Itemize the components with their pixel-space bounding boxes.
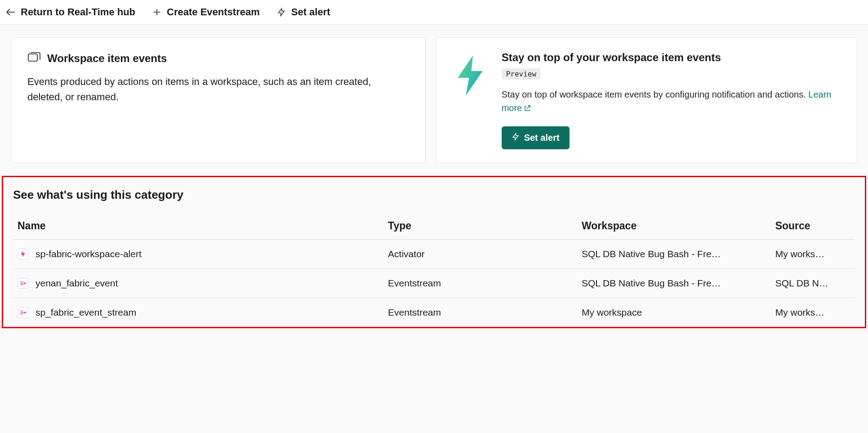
table-header-row: Name Type Workspace Source [13, 213, 855, 240]
row-workspace: My workspace [577, 298, 771, 327]
workspace-events-card: Workspace item events Events produced by… [11, 37, 426, 163]
workspace-events-title: Workspace item events [47, 52, 167, 65]
external-link-icon [524, 102, 531, 116]
row-type: Eventstream [383, 298, 577, 327]
using-category-section: See what's using this category Name Type… [2, 176, 866, 328]
col-header-name[interactable]: Name [13, 213, 383, 240]
arrow-left-icon [5, 7, 16, 18]
lightning-icon [276, 7, 287, 18]
col-header-type[interactable]: Type [383, 213, 577, 240]
svg-marker-5 [458, 55, 482, 96]
set-alert-button-label: Set alert [524, 133, 560, 143]
return-to-hub-label: Return to Real-Time hub [21, 6, 135, 18]
svg-line-6 [527, 106, 530, 109]
lightning-icon [512, 132, 520, 144]
col-header-workspace[interactable]: Workspace [577, 213, 771, 240]
set-alert-button[interactable]: Set alert [502, 126, 570, 149]
set-alert-toolbar-button[interactable]: Set alert [276, 6, 330, 18]
row-workspace: SQL DB Native Bug Bash - Fre… [577, 239, 771, 268]
svg-marker-7 [513, 133, 518, 140]
usage-table: Name Type Workspace Source sp-fabric-wor… [13, 213, 855, 327]
eventstream-icon [18, 307, 28, 318]
cards-row: Workspace item events Events produced by… [0, 25, 868, 163]
workspace-stack-icon [27, 51, 41, 65]
row-source: SQL DB N… [771, 268, 855, 298]
row-name: yenan_fabric_event [36, 278, 118, 289]
row-source: My works… [771, 239, 855, 268]
row-name: sp-fabric-workspace-alert [36, 249, 142, 259]
row-workspace: SQL DB Native Bug Bash - Fre… [577, 268, 771, 298]
stay-on-top-card: Stay on top of your workspace item event… [436, 37, 857, 163]
section-heading: See what's using this category [13, 188, 855, 202]
svg-rect-4 [28, 54, 37, 61]
plus-icon [151, 7, 162, 18]
create-eventstream-button[interactable]: Create Eventstream [151, 6, 260, 18]
stay-on-top-description: Stay on top of workspace item events by … [502, 88, 841, 116]
workspace-events-description: Events produced by actions on items in a… [27, 74, 409, 105]
col-header-source[interactable]: Source [771, 213, 855, 240]
row-source: My works… [771, 298, 855, 327]
stay-on-top-title: Stay on top of your workspace item event… [502, 51, 841, 64]
svg-marker-3 [278, 9, 284, 16]
eventstream-icon [18, 278, 28, 289]
table-row[interactable]: sp-fabric-workspace-alertActivatorSQL DB… [13, 239, 855, 268]
svg-point-9 [24, 282, 26, 284]
preview-badge: Preview [502, 68, 541, 80]
row-type: Activator [383, 239, 577, 268]
return-to-hub-button[interactable]: Return to Real-Time hub [5, 6, 135, 18]
table-row[interactable]: yenan_fabric_eventEventstreamSQL DB Nati… [13, 268, 855, 298]
create-eventstream-label: Create Eventstream [167, 6, 260, 18]
svg-point-10 [24, 312, 26, 313]
svg-marker-8 [21, 251, 26, 257]
activator-icon [18, 249, 28, 259]
row-name: sp_fabric_event_stream [36, 307, 136, 318]
table-row[interactable]: sp_fabric_event_streamEventstreamMy work… [13, 298, 855, 327]
row-type: Eventstream [383, 268, 577, 298]
top-toolbar: Return to Real-Time hub Create Eventstre… [0, 0, 868, 25]
set-alert-toolbar-label: Set alert [291, 6, 330, 18]
lightning-gradient-icon [452, 53, 488, 98]
